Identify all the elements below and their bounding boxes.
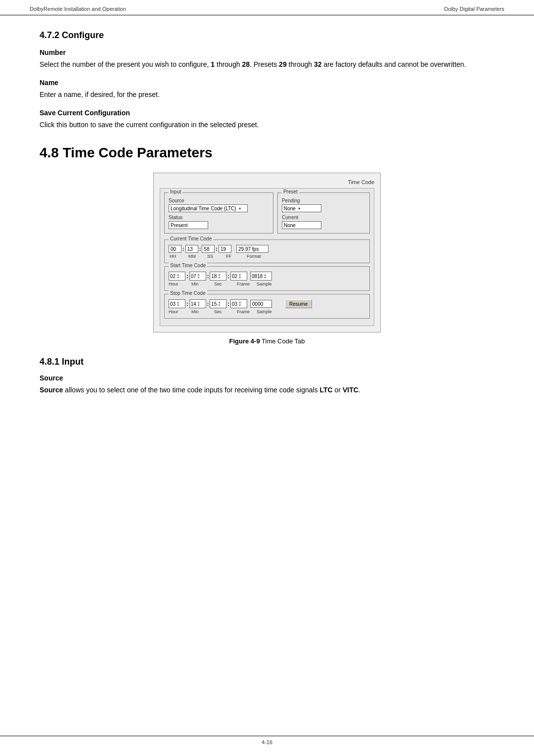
source-label: Source bbox=[169, 198, 269, 203]
tc-panel: Input Source Longitudinal Time Code (LTC… bbox=[160, 188, 374, 326]
source-select[interactable]: Longitudinal Time Code (LTC) bbox=[169, 204, 248, 212]
main-content: 4.7.2 Configure Number Select the number… bbox=[0, 15, 534, 434]
start-hour[interactable]: 02 ▲▼ bbox=[169, 272, 185, 281]
tc-mm[interactable]: 13 bbox=[185, 245, 198, 253]
tc-format: 29.97 fps bbox=[236, 245, 268, 253]
section-481: 4.8.1 Input Source Source allows you to … bbox=[40, 357, 494, 395]
stop-sec[interactable]: 15 ▲▼ bbox=[210, 299, 226, 308]
subsection-save-heading: Save Current Configuration bbox=[40, 109, 494, 117]
subsection-number-text: Select the number of the present you wis… bbox=[40, 59, 494, 70]
subsection-source-heading: Source bbox=[40, 374, 494, 382]
input-group-title: Input bbox=[169, 189, 182, 194]
subsection-number-heading: Number bbox=[40, 48, 494, 56]
section-48: 4.8 Time Code Parameters Time Code Input… bbox=[40, 145, 494, 395]
header-right: Dolby Digital Parameters bbox=[444, 6, 504, 12]
start-frame[interactable]: 02 ▲▼ bbox=[230, 272, 247, 281]
figure-caption: Figure 4-9 Time Code Tab bbox=[40, 337, 494, 345]
section-48-title: 4.8 Time Code Parameters bbox=[40, 145, 494, 161]
section-472: 4.7.2 Configure Number Select the number… bbox=[40, 30, 494, 130]
stop-tc-labels-row: Hour Min Sec Frame Sample bbox=[169, 309, 365, 314]
stop-sample: 0000 bbox=[250, 300, 272, 308]
screenshot-corner-label: Time Code bbox=[160, 179, 374, 185]
current-tc-group: Current Time Code 00 : 13 bbox=[164, 239, 370, 263]
start-tc-fields-row: 02 ▲▼ : 07 ▲▼ : 18 ▲▼ bbox=[169, 272, 365, 281]
current-tc-title: Current Time Code bbox=[169, 236, 213, 241]
current-label: Current bbox=[282, 215, 365, 220]
current-tc-labels-row: HH MM SS FF Format bbox=[170, 254, 365, 259]
subsection-source: Source Source allows you to select one o… bbox=[40, 374, 494, 395]
timecode-screenshot: Time Code Input Source Longitudinal Time… bbox=[153, 173, 381, 332]
input-group-box: Input Source Longitudinal Time Code (LTC… bbox=[164, 192, 273, 234]
current-tc-fields-row: 00 : 13 : bbox=[169, 245, 365, 253]
header-left: DolbyRemote Installation and Operation bbox=[30, 6, 126, 12]
tc-ff[interactable]: 19 bbox=[219, 245, 231, 253]
tc-ss[interactable]: 58 bbox=[202, 245, 215, 253]
current-input: None bbox=[282, 221, 321, 229]
page-header: DolbyRemote Installation and Operation D… bbox=[0, 0, 534, 15]
stop-min[interactable]: 14 ▲▼ bbox=[189, 299, 206, 308]
pending-label: Pending bbox=[282, 198, 365, 203]
subsection-name-heading: Name bbox=[40, 79, 494, 87]
stop-tc-fields-row: 03 ▲▼ : 14 ▲▼ : 15 ▲▼ bbox=[169, 299, 365, 308]
start-tc-group: Start Time Code 02 ▲▼ : 07 ▲▼ bbox=[164, 266, 370, 291]
start-tc-labels-row: Hour Min Sec Frame Sample bbox=[169, 282, 365, 286]
section-481-title: 4.8.1 Input bbox=[40, 357, 494, 367]
page-footer: 4-16 bbox=[0, 736, 534, 748]
subsection-save-text: Click this button to save the current co… bbox=[40, 120, 494, 130]
start-sec[interactable]: 18 ▲▼ bbox=[210, 272, 226, 281]
stop-tc-title: Stop Time Code bbox=[169, 290, 207, 296]
start-tc-title: Start Time Code bbox=[169, 263, 207, 268]
status-label: Status bbox=[169, 215, 269, 220]
page-number: 4-16 bbox=[262, 739, 272, 745]
subsection-number: Number Select the number of the present … bbox=[40, 48, 494, 70]
tc-top-row: Input Source Longitudinal Time Code (LTC… bbox=[164, 192, 370, 236]
section-472-title: 4.7.2 Configure bbox=[40, 30, 494, 41]
stop-frame[interactable]: 03 ▲▼ bbox=[230, 299, 247, 308]
preset-group-title: Preset bbox=[282, 189, 299, 194]
subsection-name: Name Enter a name, if desired, for the p… bbox=[40, 79, 494, 100]
start-sample[interactable]: 0818 ▲▼ bbox=[250, 272, 272, 281]
subsection-source-text: Source allows you to select one of the t… bbox=[40, 385, 494, 395]
source-row: Longitudinal Time Code (LTC) bbox=[169, 204, 269, 212]
pending-select[interactable]: None bbox=[282, 204, 321, 212]
start-min[interactable]: 07 ▲▼ bbox=[189, 272, 206, 281]
preset-group-box: Preset Pending None Current None bbox=[277, 192, 370, 234]
stop-hour[interactable]: 03 ▲▼ bbox=[169, 299, 185, 308]
status-input[interactable]: Present bbox=[169, 221, 208, 229]
tc-hh[interactable]: 00 bbox=[169, 245, 181, 253]
stop-tc-group: Stop Time Code 03 ▲▼ : 14 ▲▼ bbox=[164, 294, 370, 319]
subsection-name-text: Enter a name, if desired, for the preset… bbox=[40, 90, 494, 100]
resume-button[interactable]: Resume bbox=[285, 299, 312, 308]
subsection-save: Save Current Configuration Click this bu… bbox=[40, 109, 494, 130]
